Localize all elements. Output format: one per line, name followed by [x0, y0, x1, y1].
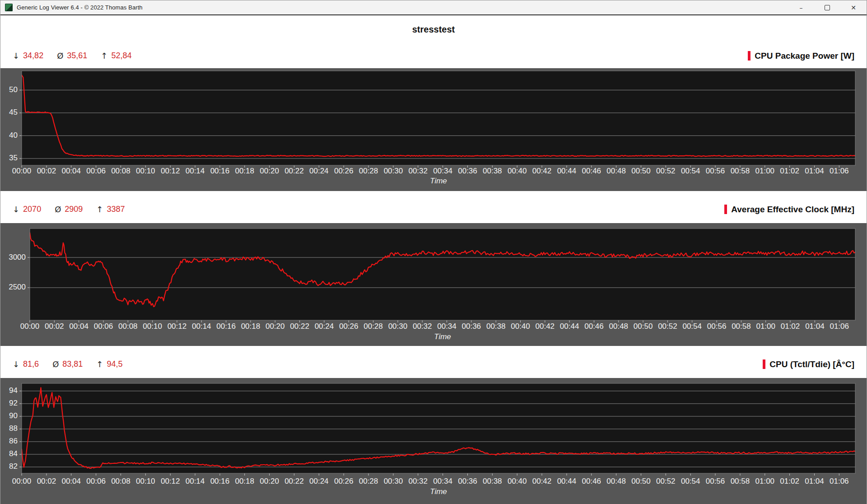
svg-text:00:28: 00:28	[359, 167, 378, 175]
svg-text:00:38: 00:38	[483, 167, 502, 175]
minimize-icon: –	[800, 5, 803, 11]
stat-min-value: 2070	[23, 205, 41, 214]
stat-max: ↑52,84	[101, 51, 131, 61]
stat-avg-value: 2909	[65, 205, 83, 214]
chart-cpu-package-power[interactable]: 5045403500:0000:0200:0400:0600:0800:1000…	[0, 68, 867, 191]
svg-text:00:56: 00:56	[706, 477, 725, 485]
close-icon: ✕	[851, 5, 856, 11]
svg-text:00:36: 00:36	[462, 322, 481, 331]
svg-text:00:06: 00:06	[86, 167, 106, 175]
legend-label: Average Effective Clock [MHz]	[731, 205, 854, 215]
svg-text:00:44: 00:44	[557, 477, 577, 485]
svg-text:00:26: 00:26	[334, 167, 354, 175]
stat-avg: Ø35,61	[57, 51, 87, 61]
svg-text:00:40: 00:40	[508, 477, 527, 485]
svg-text:00:50: 00:50	[634, 322, 653, 331]
legend-color-bar	[724, 205, 727, 214]
svg-text:00:26: 00:26	[339, 322, 359, 331]
svg-text:00:24: 00:24	[315, 322, 334, 331]
svg-text:00:14: 00:14	[192, 322, 211, 331]
stat-min: ↓2070	[13, 205, 41, 214]
svg-text:00:40: 00:40	[511, 322, 530, 331]
svg-text:00:46: 00:46	[584, 322, 604, 331]
svg-text:00:10: 00:10	[136, 477, 155, 485]
svg-text:01:04: 01:04	[805, 477, 824, 485]
svg-text:00:38: 00:38	[483, 477, 502, 485]
svg-text:01:02: 01:02	[781, 322, 800, 331]
svg-text:00:08: 00:08	[118, 322, 138, 331]
svg-text:00:08: 00:08	[111, 167, 131, 175]
svg-text:00:12: 00:12	[161, 167, 180, 175]
svg-text:00:48: 00:48	[606, 477, 626, 485]
svg-text:00:22: 00:22	[284, 167, 304, 175]
svg-text:00:12: 00:12	[168, 322, 187, 331]
svg-text:50: 50	[9, 85, 18, 94]
chart-panel-cpu-package-power: 5045403500:0000:0200:0400:0600:0800:1000…	[0, 68, 867, 191]
window-title: Generic Log Viewer 6.4 - © 2022 Thomas B…	[17, 4, 143, 11]
chart-effective-clock[interactable]: 3000250000:0000:0200:0400:0600:0800:1000…	[0, 223, 867, 346]
window-controls: – ✕	[788, 0, 867, 14]
svg-text:00:34: 00:34	[433, 477, 452, 485]
svg-text:00:02: 00:02	[45, 322, 64, 331]
series-legend: Average Effective Clock [MHz]	[724, 205, 854, 215]
maximize-button[interactable]	[814, 0, 840, 14]
svg-text:00:52: 00:52	[656, 477, 676, 485]
stats-row: ↓2070 Ø2909 ↑3387 Average Effective Cloc…	[0, 191, 867, 223]
svg-text:00:52: 00:52	[658, 322, 677, 331]
stat-max: ↑94,5	[96, 359, 122, 369]
svg-text:01:02: 01:02	[780, 167, 799, 175]
svg-text:00:32: 00:32	[408, 167, 428, 175]
svg-text:Time: Time	[434, 332, 451, 341]
titlebar: Generic Log Viewer 6.4 - © 2022 Thomas B…	[0, 0, 867, 15]
svg-text:82: 82	[9, 462, 18, 471]
svg-text:00:44: 00:44	[557, 167, 577, 175]
svg-text:00:42: 00:42	[536, 322, 555, 331]
avg-icon: Ø	[52, 359, 59, 369]
svg-text:00:46: 00:46	[582, 477, 601, 485]
chart-section-cpu-package-power: ↓34,82 Ø35,61 ↑52,84 CPU Package Power […	[0, 43, 867, 191]
svg-text:00:04: 00:04	[69, 322, 89, 331]
svg-text:Time: Time	[430, 177, 447, 185]
max-arrow-icon: ↑	[96, 205, 103, 214]
chart-panel-effective-clock: 3000250000:0000:0200:0400:0600:0800:1000…	[0, 223, 867, 346]
svg-text:00:58: 00:58	[731, 477, 750, 485]
svg-text:00:24: 00:24	[309, 167, 329, 175]
series-legend: CPU Package Power [W]	[748, 51, 854, 61]
svg-text:00:44: 00:44	[560, 322, 579, 331]
minimize-button[interactable]: –	[788, 0, 814, 14]
max-arrow-icon: ↑	[96, 359, 103, 369]
svg-text:00:52: 00:52	[656, 167, 676, 175]
page-header: stresstest	[0, 15, 867, 43]
series-legend: CPU (Tctl/Tdie) [Â°C]	[763, 359, 854, 369]
svg-text:00:40: 00:40	[508, 167, 527, 175]
stats-group: ↓81,6 Ø83,81 ↑94,5	[13, 359, 123, 369]
svg-text:01:06: 01:06	[830, 167, 849, 175]
svg-text:00:50: 00:50	[631, 167, 651, 175]
svg-text:00:42: 00:42	[532, 477, 552, 485]
chart-panel-cpu-temperature: 9492908886848200:0000:0200:0400:0600:080…	[0, 378, 867, 504]
svg-text:00:48: 00:48	[606, 167, 626, 175]
svg-text:45: 45	[9, 108, 18, 117]
stats-group: ↓2070 Ø2909 ↑3387	[13, 205, 125, 214]
svg-text:00:58: 00:58	[732, 322, 751, 331]
svg-text:01:00: 01:00	[755, 477, 775, 485]
stat-avg-value: 83,81	[62, 359, 83, 369]
svg-text:2500: 2500	[9, 283, 26, 291]
svg-text:86: 86	[9, 437, 18, 445]
page-title: stresstest	[412, 24, 455, 35]
svg-text:00:22: 00:22	[284, 477, 304, 485]
svg-text:00:02: 00:02	[37, 477, 56, 485]
stat-max-value: 94,5	[107, 359, 122, 369]
svg-text:01:00: 01:00	[755, 167, 775, 175]
close-button[interactable]: ✕	[840, 0, 867, 14]
stat-avg: Ø83,81	[52, 359, 83, 369]
svg-text:01:04: 01:04	[805, 167, 824, 175]
svg-text:01:06: 01:06	[830, 322, 849, 331]
svg-text:00:56: 00:56	[707, 322, 727, 331]
svg-text:00:42: 00:42	[532, 167, 552, 175]
svg-text:00:14: 00:14	[186, 477, 205, 485]
chart-cpu-temperature[interactable]: 9492908886848200:0000:0200:0400:0600:080…	[0, 378, 867, 504]
svg-text:00:00: 00:00	[12, 167, 32, 175]
stat-min: ↓34,82	[13, 51, 43, 61]
stat-min-value: 34,82	[23, 51, 43, 61]
